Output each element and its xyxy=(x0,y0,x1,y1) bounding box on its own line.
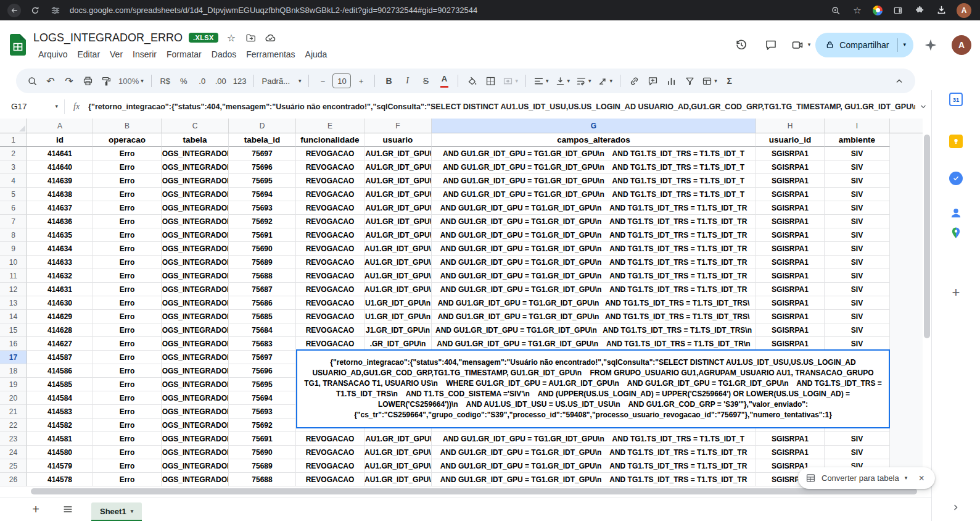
cell-C21[interactable]: LOGS_INTEGRADOR xyxy=(162,405,229,419)
cell-E1[interactable]: funcionalidade xyxy=(296,133,364,147)
more-formats-button[interactable]: 123 xyxy=(231,72,249,90)
cell-H5[interactable]: SGISRPA1 xyxy=(756,188,825,201)
cell-G2[interactable]: AND GU1.GR_IDT_GPU = TG1.GR_IDT_GPU\n AN… xyxy=(432,147,756,160)
column-header-A[interactable]: A xyxy=(27,119,93,133)
cell-G15[interactable]: AND GU1.GR_IDT_GPU = TG1.GR_IDT_GPU\n AN… xyxy=(432,323,756,337)
cell-F16[interactable]: .GR_IDT_GPU\n xyxy=(364,337,432,351)
cell-D6[interactable]: 75693 xyxy=(229,201,296,215)
cell-F3[interactable]: = AU1.GR_IDT_GPU\n xyxy=(364,160,432,174)
cell-B21[interactable]: Erro xyxy=(93,405,162,419)
horizontal-scrollbar-thumb[interactable] xyxy=(31,488,917,494)
keep-icon[interactable] xyxy=(949,134,963,149)
cell-D13[interactable]: 75686 xyxy=(229,296,296,310)
borders-icon[interactable] xyxy=(482,72,499,90)
cell-B13[interactable]: Erro xyxy=(93,296,162,310)
text-color-button[interactable]: A xyxy=(435,72,453,90)
cell-E10[interactable]: REVOGACAO xyxy=(296,256,364,269)
row-header-19[interactable]: 19 xyxy=(0,378,27,391)
collapse-toolbar-icon[interactable] xyxy=(891,72,908,90)
cell-F5[interactable]: = AU1.GR_IDT_GPU\n xyxy=(364,188,432,201)
font-size-input[interactable]: 10 xyxy=(332,73,351,88)
cell-G8[interactable]: AND GU1.GR_IDT_GPU = TG1.GR_IDT_GPU\n AN… xyxy=(432,228,756,242)
table-views-icon[interactable]: ▾ xyxy=(699,72,720,90)
row-header-16[interactable]: 16 xyxy=(0,337,27,351)
cell-B18[interactable]: Erro xyxy=(93,364,162,378)
cell-G4[interactable]: AND GU1.GR_IDT_GPU = TG1.GR_IDT_GPU\n AN… xyxy=(432,174,756,188)
cell-B1[interactable]: operacao xyxy=(93,133,162,147)
cell-D10[interactable]: 75689 xyxy=(229,256,296,269)
cell-F14[interactable]: U1.GR_IDT_GPU\n xyxy=(364,310,432,323)
all-sheets-button[interactable] xyxy=(59,501,76,518)
cell-C24[interactable]: LOGS_INTEGRADOR xyxy=(162,446,229,459)
browser-avatar[interactable]: A xyxy=(957,3,971,18)
add-sheet-button[interactable]: + xyxy=(27,501,44,518)
cell-G16[interactable]: AND GU1.GR_IDT_GPU = TG1.GR_IDT_GPU\n AN… xyxy=(432,337,756,351)
downloads-icon[interactable] xyxy=(935,4,947,17)
cell-E12[interactable]: REVOGACAO xyxy=(296,283,364,296)
cell-C16[interactable]: LOGS_INTEGRADOR xyxy=(162,337,229,351)
cell-H6[interactable]: SGISRPA1 xyxy=(756,201,825,215)
cell-I4[interactable]: SIV xyxy=(825,174,890,188)
cell-C23[interactable]: LOGS_INTEGRADOR xyxy=(162,432,229,446)
cell-E24[interactable]: REVOGACAO xyxy=(296,446,364,459)
cell-D25[interactable]: 75689 xyxy=(229,459,296,473)
bookmark-star-icon[interactable]: ☆ xyxy=(851,4,863,17)
decrease-decimals-button[interactable]: .0 xyxy=(194,72,211,90)
cell-I8[interactable]: SIV xyxy=(825,228,890,242)
cell-G25[interactable]: AND GU1.GR_IDT_GPU = TG1.GR_IDT_GPU\n AN… xyxy=(432,459,756,473)
increase-decimals-button[interactable]: .00 xyxy=(212,72,229,90)
cell-F13[interactable]: U1.GR_IDT_GPU\n xyxy=(364,296,432,310)
cell-H14[interactable]: SGISRPA1 xyxy=(756,310,825,323)
row-header-4[interactable]: 4 xyxy=(0,174,27,188)
row-header-15[interactable]: 15 xyxy=(0,323,27,337)
cell-C15[interactable]: LOGS_INTEGRADOR xyxy=(162,323,229,337)
row-header-11[interactable]: 11 xyxy=(0,269,27,283)
cell-C25[interactable]: LOGS_INTEGRADOR xyxy=(162,459,229,473)
menu-formatar[interactable]: Formatar xyxy=(162,48,207,61)
expanded-cell-G17[interactable]: {"retorno_integracao":{"status":404,"men… xyxy=(296,349,890,428)
cell-C14[interactable]: LOGS_INTEGRADOR xyxy=(162,310,229,323)
cell-B9[interactable]: Erro xyxy=(93,242,162,256)
cell-B19[interactable]: Erro xyxy=(93,378,162,391)
cell-A1[interactable]: id xyxy=(27,133,93,147)
decrease-font-size-button[interactable]: − xyxy=(314,72,331,90)
cell-G5[interactable]: AND GU1.GR_IDT_GPU = TG1.GR_IDT_GPU\n AN… xyxy=(432,188,756,201)
menu-editar[interactable]: Editar xyxy=(72,48,105,61)
cell-D14[interactable]: 75685 xyxy=(229,310,296,323)
cell-B22[interactable]: Erro xyxy=(93,419,162,432)
cell-B8[interactable]: Erro xyxy=(93,228,162,242)
cell-A18[interactable]: 414586 xyxy=(27,364,93,378)
column-header-D[interactable]: D xyxy=(229,119,296,133)
cell-G6[interactable]: AND GU1.GR_IDT_GPU = TG1.GR_IDT_GPU\n AN… xyxy=(432,201,756,215)
side-panel-icon[interactable] xyxy=(892,4,904,17)
comment-history-icon[interactable] xyxy=(759,33,783,57)
move-folder-icon[interactable] xyxy=(244,31,258,44)
calendar-icon[interactable]: 31 xyxy=(949,92,963,107)
cell-H16[interactable]: SGISRPA1 xyxy=(756,337,825,351)
site-info-icon[interactable] xyxy=(49,4,62,17)
horizontal-scrollbar[interactable] xyxy=(27,487,921,496)
cell-B4[interactable]: Erro xyxy=(93,174,162,188)
cell-A15[interactable]: 414628 xyxy=(27,323,93,337)
cell-F23[interactable]: = AU1.GR_IDT_GPU\n xyxy=(364,432,432,446)
cell-D22[interactable]: 75692 xyxy=(229,419,296,432)
fill-color-icon[interactable] xyxy=(463,72,480,90)
undo-icon[interactable]: ↶ xyxy=(42,72,59,90)
cell-A23[interactable]: 414581 xyxy=(27,432,93,446)
cell-I2[interactable]: SIV xyxy=(825,147,890,160)
cell-F10[interactable]: : AU1.GR_IDT_GPU\n xyxy=(364,256,432,269)
row-header-17[interactable]: 17 xyxy=(0,351,27,364)
cell-G1[interactable]: campos_alterados xyxy=(432,133,756,147)
menu-ver[interactable]: Ver xyxy=(105,48,128,61)
column-header-F[interactable]: F xyxy=(364,119,432,133)
cell-D11[interactable]: 75688 xyxy=(229,269,296,283)
cell-I15[interactable]: SIV xyxy=(825,323,890,337)
cell-A3[interactable]: 414640 xyxy=(27,160,93,174)
extensions-puzzle-icon[interactable] xyxy=(913,4,926,17)
cell-B11[interactable]: Erro xyxy=(93,269,162,283)
vertical-align-icon[interactable]: ▾ xyxy=(553,72,573,90)
cell-G24[interactable]: AND GU1.GR_IDT_GPU = TG1.GR_IDT_GPU\n AN… xyxy=(432,446,756,459)
column-header-B[interactable]: B xyxy=(93,119,162,133)
cell-H9[interactable]: SGISRPA1 xyxy=(756,242,825,256)
menu-ferramentas[interactable]: Ferramentas xyxy=(241,48,300,61)
